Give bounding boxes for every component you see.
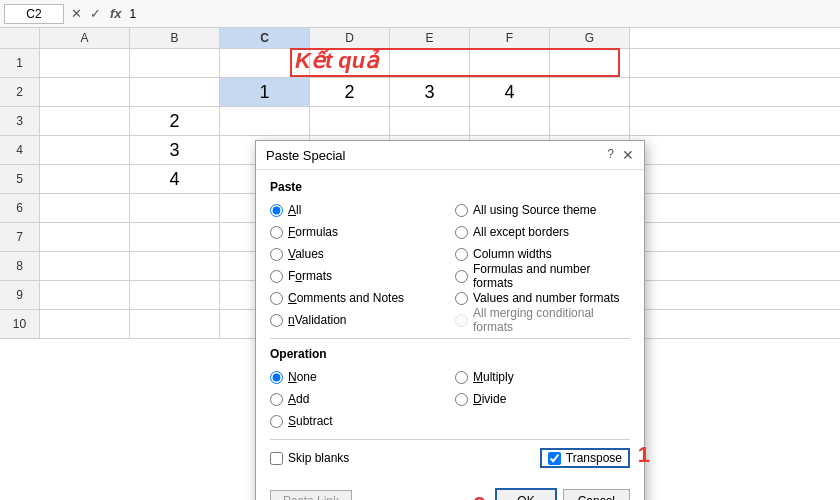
operation-subtract[interactable]: Subtract bbox=[270, 411, 445, 431]
dialog-overlay: Paste Special ? ✕ Paste All bbox=[0, 0, 840, 500]
operation-multiply[interactable]: Multiply bbox=[455, 367, 630, 387]
paste-option-validation[interactable]: nValidation bbox=[270, 310, 445, 330]
operation-options-grid: None Multiply Add Divide bbox=[270, 367, 630, 431]
paste-special-dialog: Paste Special ? ✕ Paste All bbox=[255, 140, 645, 500]
transpose-option[interactable]: Transpose 1 bbox=[540, 448, 630, 468]
annotation-2: 2 bbox=[473, 492, 485, 500]
cancel-button[interactable]: Cancel bbox=[563, 489, 630, 500]
dialog-help-icon[interactable]: ? bbox=[607, 147, 614, 163]
annotation-1: 1 bbox=[638, 442, 650, 468]
dialog-body: Paste All All using Source theme Formula… bbox=[256, 170, 644, 488]
divider-2 bbox=[270, 439, 630, 440]
dialog-title-icons: ? ✕ bbox=[607, 147, 634, 163]
dialog-close-button[interactable]: ✕ bbox=[622, 147, 634, 163]
paste-section-label: Paste bbox=[270, 180, 630, 194]
ok-button[interactable]: OK bbox=[495, 488, 556, 500]
operation-divide[interactable]: Divide bbox=[455, 389, 630, 409]
paste-option-formulas-numbers[interactable]: Formulas and number formats bbox=[455, 266, 630, 286]
paste-option-formats[interactable]: Formats bbox=[270, 266, 445, 286]
operation-add[interactable]: Add bbox=[270, 389, 445, 409]
skip-blanks-option[interactable]: Skip blanks bbox=[270, 451, 349, 465]
paste-option-source-theme[interactable]: All using Source theme bbox=[455, 200, 630, 220]
paste-option-except-borders[interactable]: All except borders bbox=[455, 222, 630, 242]
dialog-title: Paste Special bbox=[266, 148, 346, 163]
dialog-footer: Paste Link 2 OK Cancel bbox=[256, 488, 644, 500]
operation-section-label: Operation bbox=[270, 347, 630, 361]
paste-option-col-widths[interactable]: Column widths bbox=[455, 244, 630, 264]
btn-group: 2 OK Cancel bbox=[495, 488, 630, 500]
paste-option-comments[interactable]: Comments and Notes bbox=[270, 288, 445, 308]
paste-link-button[interactable]: Paste Link bbox=[270, 490, 352, 500]
paste-options-grid: All All using Source theme Formulas All … bbox=[270, 200, 630, 330]
paste-option-merging-conditional: All merging conditional formats bbox=[455, 310, 630, 330]
paste-option-all[interactable]: All bbox=[270, 200, 445, 220]
divider bbox=[270, 338, 630, 339]
spreadsheet: ✕ ✓ fx A B C D E F G 1 2 bbox=[0, 0, 840, 500]
paste-option-formulas[interactable]: Formulas bbox=[270, 222, 445, 242]
paste-option-values[interactable]: Values bbox=[270, 244, 445, 264]
dialog-titlebar: Paste Special ? ✕ bbox=[256, 141, 644, 170]
paste-option-values-numbers[interactable]: Values and number formats bbox=[455, 288, 630, 308]
operation-none[interactable]: None bbox=[270, 367, 445, 387]
checkbox-row: Skip blanks Transpose 1 bbox=[270, 448, 630, 468]
